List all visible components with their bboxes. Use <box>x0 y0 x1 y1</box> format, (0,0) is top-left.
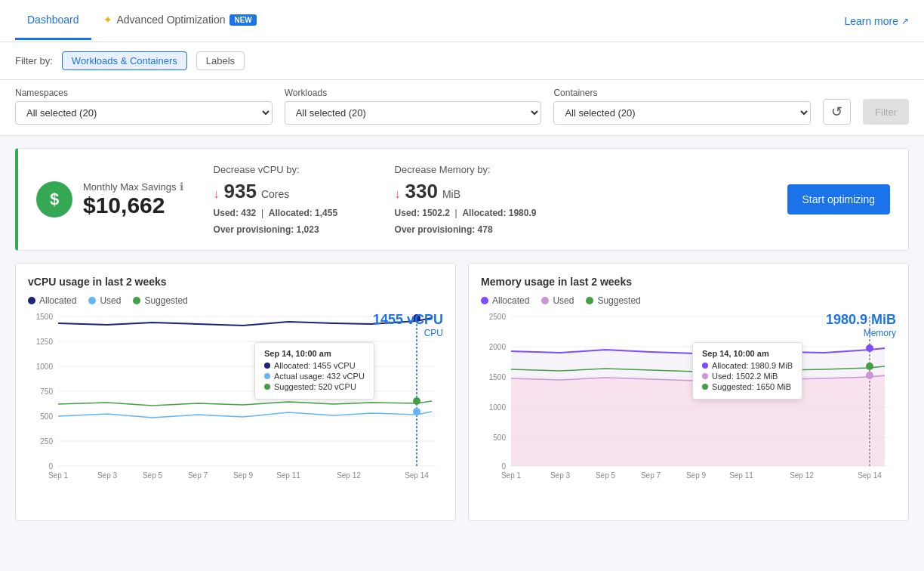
memory-tooltip-date: Sep 14, 10:00 am <box>702 349 793 358</box>
advanced-tab-label: Advanced Optimization <box>117 14 226 26</box>
vcpu-label-unit: CPU <box>373 328 443 338</box>
svg-point-42 <box>866 372 873 379</box>
memory-over-label: Over provisioning: <box>395 224 476 235</box>
tab-advanced-optimization[interactable]: ✦ Advanced Optimization NEW <box>91 2 269 40</box>
memory-legend-allocated-label: Allocated <box>492 295 529 306</box>
memory-legend-used: Used <box>541 295 574 306</box>
svg-point-41 <box>866 344 873 352</box>
svg-text:Sep 5: Sep 5 <box>143 471 163 480</box>
memory-label-unit: Memory <box>826 328 896 338</box>
memory-chart-title: Memory usage in last 2 weeks <box>481 276 896 288</box>
savings-title: Monthly Max Savings <box>83 181 177 193</box>
top-navigation: Dashboard ✦ Advanced Optimization NEW Le… <box>0 0 924 42</box>
vcpu-chart-title: vCPU usage in last 2 weeks <box>28 276 443 288</box>
vcpu-over-prov: Over provisioning: 1,023 <box>214 224 365 235</box>
svg-text:Sep 1: Sep 1 <box>501 471 522 480</box>
svg-text:1500: 1500 <box>36 313 54 321</box>
svg-text:2500: 2500 <box>489 313 507 321</box>
vcpu-allocated-label: Allocated: <box>269 208 313 218</box>
namespaces-selector-group: Namespaces All selected (20) <box>15 88 273 125</box>
filter-label: Filter by: <box>15 55 53 66</box>
memory-svg-chart: 2500 2000 1500 1000 500 0 <box>481 312 896 493</box>
memory-chart-label: 1980.9 MiB Memory <box>826 312 896 338</box>
star-icon: ✦ <box>103 14 112 26</box>
memory-suggested-dot <box>586 297 593 304</box>
start-optimizing-button[interactable]: Start optimizing <box>787 184 890 215</box>
external-link-icon: ↗ <box>901 16 909 26</box>
vcpu-allocated-dot <box>28 297 35 304</box>
vcpu-over-label: Over provisioning: <box>214 224 294 235</box>
svg-text:Sep 9: Sep 9 <box>233 471 254 480</box>
vcpu-legend-used: Used <box>88 295 121 306</box>
memory-title: Decrease Memory by: <box>395 164 546 175</box>
memory-label-value: 1980.9 MiB <box>826 312 896 328</box>
tab-dashboard[interactable]: Dashboard <box>15 2 91 40</box>
memory-chart-container: 1980.9 MiB Memory 2500 2000 1500 1000 50… <box>481 312 896 508</box>
vcpu-tooltip-dot-1 <box>264 363 270 369</box>
memory-used-val: 1502.2 <box>422 208 450 218</box>
vcpu-used-label: Used: <box>214 208 239 218</box>
vcpu-suggested-dot <box>133 297 140 304</box>
memory-over-prov: Over provisioning: 478 <box>395 224 546 235</box>
labels-btn[interactable]: Labels <box>196 51 245 70</box>
memory-tooltip-row-2: Used: 1502.2 MiB <box>702 372 793 381</box>
vcpu-legend-suggested-label: Suggested <box>144 295 187 306</box>
vcpu-legend-allocated-label: Allocated <box>39 295 76 306</box>
reset-button[interactable]: ↺ <box>823 99 851 125</box>
memory-legend-suggested: Suggested <box>586 295 640 306</box>
containers-select[interactable]: All selected (20) <box>553 101 811 125</box>
savings-amount: $10,662 <box>83 193 183 218</box>
svg-text:1500: 1500 <box>489 373 507 381</box>
svg-text:2000: 2000 <box>489 343 507 351</box>
svg-text:Sep 14: Sep 14 <box>405 471 429 480</box>
svg-text:Sep 3: Sep 3 <box>550 471 571 480</box>
svg-text:Sep 12: Sep 12 <box>337 471 361 480</box>
memory-tooltip-dot-2 <box>702 373 708 379</box>
workloads-select[interactable]: All selected (20) <box>285 101 542 125</box>
memory-legend-suggested-label: Suggested <box>597 295 640 306</box>
namespaces-select[interactable]: All selected (20) <box>15 101 273 125</box>
svg-text:Sep 14: Sep 14 <box>858 471 882 480</box>
vcpu-tooltip-dot-2 <box>264 373 270 379</box>
vcpu-legend-allocated: Allocated <box>28 295 76 306</box>
svg-text:250: 250 <box>40 437 53 446</box>
filter-button[interactable]: Filter <box>863 99 909 125</box>
svg-text:1250: 1250 <box>36 338 54 346</box>
containers-label: Containers <box>553 88 811 98</box>
memory-detail: Used: 1502.2 | Allocated: 1980.9 <box>395 208 546 218</box>
learn-more-link[interactable]: Learn more ↗ <box>844 15 909 27</box>
workloads-containers-btn[interactable]: Workloads & Containers <box>62 51 187 70</box>
memory-value: 330 <box>405 180 438 203</box>
svg-text:500: 500 <box>40 412 53 421</box>
namespaces-label: Namespaces <box>15 88 273 98</box>
svg-point-43 <box>866 363 873 370</box>
savings-left: $ Monthly Max Savings ℹ $10,662 <box>36 181 183 218</box>
svg-text:Sep 12: Sep 12 <box>790 471 814 480</box>
vcpu-chart-container: 1455 vCPU CPU 1500 1250 1000 750 500 250… <box>28 312 443 508</box>
info-icon[interactable]: ℹ <box>180 181 183 193</box>
svg-text:0: 0 <box>501 462 506 471</box>
svg-point-16 <box>413 408 420 415</box>
svg-text:Sep 11: Sep 11 <box>729 471 753 480</box>
filter-bar: Filter by: Workloads & Containers Labels <box>0 42 924 80</box>
vcpu-down-arrow: ↓ <box>214 187 220 201</box>
vcpu-allocated-val: 1,455 <box>315 208 337 218</box>
vcpu-value: 935 <box>224 180 257 203</box>
svg-text:Sep 9: Sep 9 <box>686 471 707 480</box>
vcpu-tooltip-label-2: Actual usage: 432 vCPU <box>274 372 365 381</box>
svg-text:Sep 1: Sep 1 <box>48 471 69 480</box>
svg-text:Sep 5: Sep 5 <box>596 471 616 480</box>
memory-allocated-label: Allocated: <box>462 208 506 218</box>
memory-tooltip-label-1: Allocated: 1980.9 MiB <box>712 361 793 370</box>
vcpu-detail: Used: 432 | Allocated: 1,455 <box>214 208 365 218</box>
dollar-icon: $ <box>36 181 72 218</box>
vcpu-chart-card: vCPU usage in last 2 weeks Allocated Use… <box>15 263 456 521</box>
vcpu-tooltip-row-1: Allocated: 1455 vCPU <box>264 361 365 370</box>
vcpu-label-value: 1455 vCPU <box>373 312 443 328</box>
savings-info: Monthly Max Savings ℹ $10,662 <box>83 181 183 218</box>
memory-unit: MiB <box>442 188 460 200</box>
vcpu-main: ↓ 935 Cores <box>214 180 365 203</box>
savings-panel: $ Monthly Max Savings ℹ $10,662 Decrease… <box>15 148 909 251</box>
containers-selector-group: Containers All selected (20) <box>553 88 811 125</box>
vcpu-metric: Decrease vCPU by: ↓ 935 Cores Used: 432 … <box>214 164 365 235</box>
